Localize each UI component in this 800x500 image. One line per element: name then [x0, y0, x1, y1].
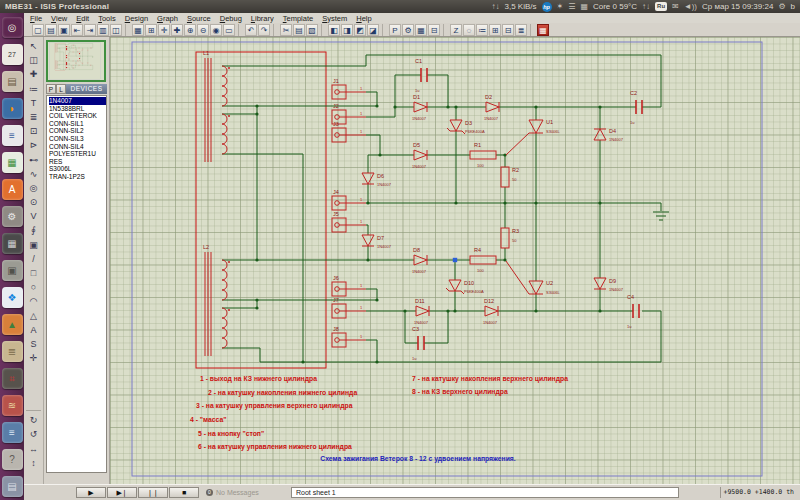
indicator-keyboard-layout[interactable]: Ru [655, 2, 667, 11]
path-2d-tool-icon[interactable]: △ [26, 309, 41, 323]
component-D5[interactable]: D51N4007 [412, 142, 427, 169]
component-D8[interactable]: D81N4007 [412, 247, 427, 274]
component-D10[interactable]: D10P6KE400A [75, 62, 79, 64]
component-R2[interactable]: R250 [501, 167, 519, 187]
zoom-all-icon[interactable]: ◉ [210, 24, 222, 36]
block-delete-icon[interactable]: ◪ [367, 24, 379, 36]
component-D1[interactable]: D11N4007 [73, 46, 75, 49]
component-J1[interactable]: 1J1 [66, 45, 69, 47]
work-area-rect[interactable] [55, 43, 66, 70]
device-item[interactable]: S3006L [49, 165, 106, 173]
indicator-user-label[interactable]: b [791, 2, 795, 11]
component-D7[interactable]: D71N4007 [362, 235, 392, 249]
block-rotate-icon[interactable]: ◩ [354, 24, 366, 36]
indicator-cpu-meter-icon[interactable]: ▦ [580, 2, 588, 11]
wires[interactable] [222, 55, 661, 362]
wire[interactable] [69, 50, 70, 52]
wire[interactable] [57, 52, 64, 70]
symbol-2d-tool-icon[interactable]: S [26, 337, 41, 351]
launcher-unknown-package-icon[interactable]: ? [2, 449, 23, 470]
ground-symbol[interactable] [653, 212, 669, 220]
device-item[interactable]: COIL VETEROK [49, 112, 106, 120]
indicator-hp-indicator[interactable]: hp [542, 2, 552, 12]
component-D8[interactable]: D81N4007 [73, 59, 75, 62]
sheet-name-field[interactable]: Root sheet 1 [291, 487, 679, 498]
play-button[interactable]: ▶ [76, 487, 106, 498]
component-D5[interactable]: D51N4007 [73, 50, 75, 53]
component-U1[interactable]: U1S3006L [80, 48, 85, 52]
pause-button[interactable]: ❘❘ [138, 487, 168, 498]
launcher-firefox-icon[interactable]: ◗ [2, 98, 23, 119]
selection-mode-icon[interactable]: ↖ [26, 39, 41, 53]
overview-thumbnail[interactable]: L1L21J11J21J31J41J51J61J71J8D11N4007D21N… [46, 40, 106, 82]
component-R3[interactable]: R350 [501, 228, 519, 248]
indicator-mail-icon[interactable]: ✉ [672, 2, 679, 11]
component-D1[interactable]: D11N4007 [412, 94, 427, 121]
remove-sheet-icon[interactable]: ⊟ [502, 24, 514, 36]
component-mode-icon[interactable]: ◫ [26, 53, 41, 67]
launcher-libreoffice-calc-icon[interactable]: ▦ [2, 152, 23, 173]
export-section-icon[interactable]: ⇥ [84, 24, 96, 36]
indicator-cpu-temp[interactable]: Core 0 59°C [593, 2, 637, 11]
component-J5[interactable]: 1J5 [66, 56, 69, 58]
marker-2d-tool-icon[interactable]: ✛ [26, 351, 41, 365]
mirror-vertical-icon[interactable]: ↕ [26, 456, 41, 470]
component-R1[interactable]: R1100 [470, 142, 496, 168]
wire[interactable] [366, 340, 377, 362]
launcher-blue-stack-icon[interactable]: ≡ [2, 422, 23, 443]
stop-button[interactable]: ■ [169, 487, 199, 498]
launcher-document-stack-icon[interactable]: ≣ [2, 341, 23, 362]
component-J3[interactable]: 1J3 [66, 49, 69, 51]
component-D12[interactable]: D121N4007 [78, 64, 80, 67]
component-J5[interactable]: 1J5 [332, 211, 366, 233]
wire[interactable] [222, 348, 260, 362]
block-move-icon[interactable]: ◨ [341, 24, 353, 36]
component-L2[interactable]: L2 [56, 59, 58, 69]
launcher-software-center-icon[interactable]: A [2, 179, 23, 200]
menu-help[interactable]: Help [356, 14, 371, 23]
electrical-rule-check-icon[interactable]: ▦ [537, 24, 549, 36]
new-file-icon[interactable]: ▢ [32, 24, 44, 36]
menu-graph[interactable]: Graph [157, 14, 178, 23]
menu-library[interactable]: Library [251, 14, 274, 23]
launcher-dash-home-icon[interactable]: ◎ [2, 17, 23, 38]
component-J2[interactable]: 1J2 [66, 47, 69, 49]
step-button[interactable]: ▶❘ [107, 487, 137, 498]
zoom-area-icon[interactable]: ▭ [223, 24, 235, 36]
component-J8[interactable]: 1J8 [66, 66, 69, 68]
component-J6[interactable]: 1J6 [332, 275, 366, 297]
component-J8[interactable]: 1J8 [332, 326, 366, 348]
current-probe-mode-icon[interactable]: ∮ [26, 223, 41, 237]
component-J3[interactable]: 1J3 [332, 121, 366, 143]
instrument-mode-icon[interactable]: ▣ [26, 238, 41, 252]
selected-junction[interactable] [453, 258, 457, 262]
component-D3[interactable]: D3P6KE400A [75, 48, 79, 50]
component-U1[interactable]: U1S3006L [506, 119, 561, 155]
packaging-tool-icon[interactable]: ▦ [415, 24, 427, 36]
decompose-icon[interactable]: ⊟ [428, 24, 440, 36]
wire[interactable] [366, 135, 380, 155]
wire[interactable] [74, 45, 76, 48]
wire-autorouter-icon[interactable]: Z [450, 24, 462, 36]
device-item[interactable]: RES [49, 158, 106, 166]
component-D2[interactable]: D21N4007 [78, 46, 80, 49]
component-J7[interactable]: 1J7 [66, 63, 69, 65]
component-R1[interactable]: R1100 [77, 50, 79, 53]
save-file-icon[interactable]: ▣ [58, 24, 70, 36]
new-sheet-icon[interactable]: ⊞ [489, 24, 501, 36]
launcher-game-app-icon[interactable]: ▲ [2, 314, 23, 335]
junction-mode-icon[interactable]: ✚ [26, 67, 41, 81]
pick-device-icon[interactable]: P [389, 24, 401, 36]
property-assignment-icon[interactable]: ≔ [476, 24, 488, 36]
wire[interactable] [60, 47, 70, 48]
pick-parts-button[interactable]: P [46, 84, 56, 94]
cut-icon[interactable]: ✂ [280, 24, 292, 36]
component-D3[interactable]: D3P6KE400A [447, 120, 485, 134]
wire[interactable] [57, 44, 93, 48]
wire[interactable] [222, 55, 661, 107]
menu-design[interactable]: Design [125, 14, 148, 23]
device-item[interactable]: CONN-SIL1 [49, 120, 106, 128]
component-C1[interactable]: C11u [73, 43, 74, 46]
component-L1[interactable]: L1 [56, 43, 58, 53]
device-item[interactable]: POLYESTER1U [49, 150, 106, 158]
